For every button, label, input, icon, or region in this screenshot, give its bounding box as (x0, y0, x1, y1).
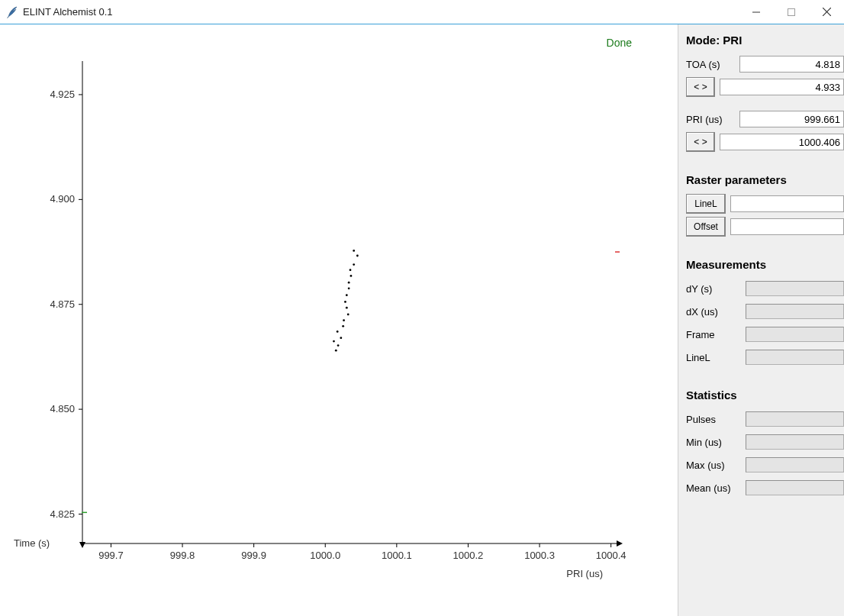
stats-min-field (746, 434, 844, 450)
meas-linel-field (746, 350, 844, 365)
scatter-plot[interactable]: 999.7999.8999.91000.01000.11000.21000.31… (0, 24, 678, 616)
window-controls (739, 0, 844, 24)
statistics-heading: Statistics (686, 389, 844, 402)
offset-button[interactable]: Offset (686, 217, 726, 237)
svg-point-43 (337, 331, 339, 333)
svg-text:999.7: 999.7 (98, 550, 124, 561)
svg-point-40 (337, 344, 340, 347)
pri-max-input[interactable] (720, 134, 844, 150)
meas-dx-label: dX (us) (686, 306, 746, 318)
svg-point-45 (343, 319, 345, 321)
toa-label: TOA (s) (686, 59, 739, 70)
mode-heading: Mode: PRI (686, 34, 844, 47)
stats-min-label: Min (us) (686, 437, 746, 448)
svg-text:4.925: 4.925 (50, 89, 75, 100)
meas-dy-label: dY (s) (686, 283, 746, 295)
svg-point-48 (344, 301, 346, 303)
toa-range-button[interactable]: < > (686, 77, 715, 97)
svg-point-55 (356, 255, 359, 257)
svg-marker-8 (617, 540, 623, 547)
offset-input[interactable] (730, 218, 844, 235)
svg-point-52 (350, 275, 353, 277)
svg-text:1000.3: 1000.3 (524, 550, 555, 561)
close-button[interactable] (809, 0, 844, 24)
svg-text:999.9: 999.9 (241, 550, 266, 561)
window-title: ELINT Alchemist 0.1 (23, 6, 113, 18)
svg-marker-6 (79, 542, 85, 548)
toa-max-input[interactable] (720, 79, 844, 95)
svg-point-53 (350, 269, 352, 271)
raster-heading: Raster parameters (686, 173, 844, 186)
linel-button[interactable]: LineL (686, 194, 726, 214)
svg-text:1000.2: 1000.2 (453, 550, 484, 561)
meas-dy-field (746, 281, 844, 296)
stats-mean-field (746, 480, 844, 495)
svg-point-41 (333, 340, 335, 343)
svg-line-0 (8, 17, 9, 18)
svg-text:4.900: 4.900 (50, 193, 75, 205)
svg-point-51 (348, 282, 350, 284)
meas-frame-label: Frame (686, 329, 746, 340)
linel-input[interactable] (730, 195, 844, 212)
titlebar: ELINT Alchemist 0.1 (0, 0, 844, 24)
stats-max-label: Max (us) (686, 460, 746, 471)
svg-text:4.850: 4.850 (50, 403, 75, 414)
svg-text:PRI (us): PRI (us) (566, 568, 603, 579)
svg-text:999.8: 999.8 (170, 550, 195, 561)
svg-point-50 (348, 287, 350, 289)
svg-text:1000.1: 1000.1 (382, 550, 412, 561)
svg-point-46 (347, 314, 350, 316)
stats-max-field (746, 457, 844, 472)
svg-text:1000.0: 1000.0 (310, 550, 340, 561)
svg-point-47 (346, 307, 348, 309)
svg-text:4.825: 4.825 (50, 508, 75, 520)
minimize-button[interactable] (739, 0, 774, 24)
stats-pulses-field (746, 411, 844, 427)
pri-label: PRI (us) (686, 114, 739, 125)
svg-point-56 (353, 250, 355, 252)
svg-point-42 (340, 337, 342, 339)
svg-text:4.875: 4.875 (50, 298, 75, 310)
app-feather-icon (6, 6, 18, 18)
svg-text:1000.4: 1000.4 (596, 550, 627, 561)
maximize-button[interactable] (774, 0, 809, 24)
svg-point-39 (335, 350, 337, 352)
svg-point-54 (353, 263, 355, 266)
side-panel: Mode: PRI TOA (s) < > PRI (us) < > Raste… (678, 24, 844, 616)
svg-point-49 (346, 294, 348, 296)
meas-dx-field (746, 304, 844, 319)
meas-frame-field (746, 327, 844, 342)
stats-pulses-label: Pulses (686, 414, 746, 425)
pri-range-button[interactable]: < > (686, 132, 715, 152)
svg-text:Time (s): Time (s) (14, 537, 50, 549)
plot-area[interactable]: Done 999.7999.8999.91000.01000.11000.210… (0, 24, 678, 616)
toa-min-input[interactable] (739, 56, 844, 73)
svg-rect-2 (788, 8, 795, 15)
stats-mean-label: Mean (us) (686, 482, 746, 494)
measurements-heading: Measurements (686, 258, 844, 271)
pri-min-input[interactable] (739, 111, 844, 127)
meas-linel-label: LineL (686, 352, 746, 363)
svg-point-44 (342, 325, 344, 327)
